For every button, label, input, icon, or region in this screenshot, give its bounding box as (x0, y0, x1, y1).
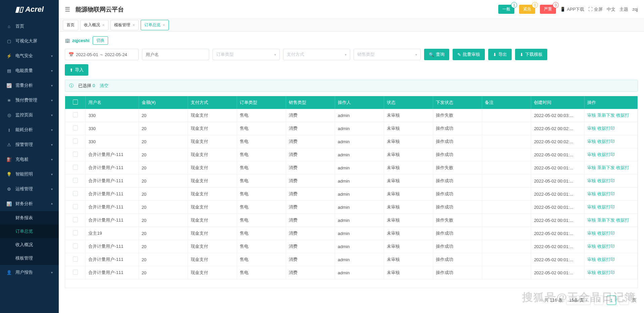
action-link[interactable]: 收据打 (616, 165, 629, 170)
menu-icon: ⫿ (6, 127, 12, 132)
theme-link[interactable]: 主题 (619, 6, 628, 12)
select-all-checkbox[interactable] (73, 100, 78, 105)
sidebar-item-首页[interactable]: ⌂首页 (0, 19, 59, 34)
next-page-button[interactable]: › (619, 296, 629, 305)
action-link[interactable]: 审核 (587, 270, 596, 275)
chevron-down-icon: ▾ (51, 187, 53, 191)
order-type-select[interactable]: 订单类型 ▾ (213, 49, 280, 60)
tab-首页[interactable]: 首页 (63, 20, 78, 30)
row-checkbox[interactable] (73, 112, 78, 117)
action-link[interactable]: 审核 (587, 231, 596, 236)
cell: 合并计量用户-111 (86, 253, 139, 266)
alarm-badge-紧急[interactable]: 紧急0 (519, 5, 535, 14)
row-checkbox[interactable] (73, 230, 78, 235)
action-link[interactable]: 审核 (587, 165, 596, 170)
username-input[interactable] (142, 49, 209, 60)
switch-project-button[interactable]: 切换 (93, 36, 108, 45)
tab-订单总览[interactable]: 订单总览✕ (141, 20, 169, 30)
search-button[interactable]: 🔍查询 (424, 49, 449, 60)
action-link[interactable]: 审核 (587, 113, 596, 118)
sidebar-item-用户报告[interactable]: 👤用户报告▾ (0, 265, 59, 280)
sidebar-item-预付费管理[interactable]: ⛯预付费管理▾ (0, 93, 59, 108)
action-link[interactable]: 审核 (587, 244, 596, 249)
sidebar-item-智能照明[interactable]: 💡智能照明▾ (0, 167, 59, 182)
lang-link[interactable]: 中文 (607, 6, 615, 12)
sidebar-item-财务分析[interactable]: 📊财务分析▾ (0, 196, 59, 211)
action-link[interactable]: 审核 (587, 139, 596, 144)
action-link[interactable]: 收据打印 (597, 126, 615, 131)
row-checkbox[interactable] (73, 217, 78, 222)
import-button[interactable]: ⬆导入 (65, 64, 88, 76)
fullscreen-link[interactable]: ⛶全屏 (588, 6, 603, 12)
close-icon[interactable]: ✕ (132, 23, 135, 27)
sidebar-item-报警管理[interactable]: ⚠报警管理▾ (0, 137, 59, 152)
action-link[interactable]: 收据打印 (597, 204, 615, 209)
row-checkbox[interactable] (73, 270, 78, 275)
prev-page-button[interactable]: ‹ (594, 296, 603, 305)
alarm-badge-严重[interactable]: 严重0 (540, 5, 556, 14)
download-template-button[interactable]: ⬇下载模板 (515, 49, 547, 60)
row-checkbox[interactable] (73, 125, 78, 130)
action-link[interactable]: 重新下发 (597, 165, 615, 170)
sidebar-item-电能质量[interactable]: ▤电能质量▾ (0, 63, 59, 78)
action-link[interactable]: 重新下发 (597, 218, 615, 223)
action-link[interactable]: 审核 (587, 126, 596, 131)
close-icon[interactable]: ✕ (102, 23, 105, 27)
tab-模板管理[interactable]: 模板管理✕ (110, 20, 139, 30)
action-link[interactable]: 收据打印 (597, 244, 615, 249)
row-checkbox[interactable] (73, 204, 78, 209)
action-link[interactable]: 收据打 (616, 113, 629, 118)
sidebar-subitem-收入概况[interactable]: 收入概况 (0, 238, 59, 251)
chevron-down-icon: ▾ (51, 143, 53, 147)
row-checkbox[interactable] (73, 139, 78, 144)
row-checkbox[interactable] (73, 257, 78, 262)
close-icon[interactable]: ✕ (163, 23, 165, 27)
sidebar-subitem-模板管理[interactable]: 模板管理 (0, 251, 59, 265)
action-link[interactable]: 审核 (587, 152, 596, 157)
collapse-sidebar-icon[interactable]: ☰ (65, 6, 70, 13)
action-link[interactable]: 收据打印 (597, 178, 615, 183)
sale-type-select[interactable]: 销售类型 ▾ (354, 49, 421, 60)
phone-icon: 📱 (560, 7, 565, 12)
cell: 未审核 (384, 214, 433, 227)
action-link[interactable]: 审核 (587, 178, 596, 183)
row-checkbox[interactable] (73, 152, 78, 157)
sidebar-subitem-财务报表[interactable]: 财务报表 (0, 211, 59, 225)
action-link[interactable]: 重新下发 (597, 113, 615, 118)
action-link[interactable]: 审核 (587, 204, 596, 209)
sidebar-item-电气安全[interactable]: ⚡电气安全▾ (0, 48, 59, 63)
alarm-badge-一般[interactable]: 一般1 (498, 5, 514, 14)
action-link[interactable]: 收据打印 (597, 152, 615, 157)
batch-audit-button[interactable]: ✎批量审核 (453, 49, 485, 60)
sidebar-item-监控页面[interactable]: ◎监控页面▾ (0, 108, 59, 122)
pay-method-select[interactable]: 支付方式 ▾ (283, 49, 350, 60)
sidebar-subitem-订单总览[interactable]: 订单总览 (0, 225, 59, 238)
tab-收入概况[interactable]: 收入概况✕ (80, 20, 108, 30)
row-checkbox[interactable] (73, 178, 78, 183)
sidebar-item-运维管理[interactable]: ⚙运维管理▾ (0, 182, 59, 196)
user-link[interactable]: zqj (632, 7, 638, 12)
row-checkbox[interactable] (73, 191, 78, 196)
action-link[interactable]: 收据打印 (597, 257, 615, 262)
action-link[interactable]: 审核 (587, 218, 596, 223)
sidebar-item-需量分析[interactable]: 📈需量分析▾ (0, 78, 59, 93)
action-link[interactable]: 收据打印 (597, 270, 615, 275)
export-button[interactable]: ⬇导出 (488, 49, 512, 60)
sidebar-item-充电桩[interactable]: ⛽充电桩▾ (0, 152, 59, 167)
action-link[interactable]: 收据打印 (597, 231, 615, 236)
current-page[interactable]: 1 (607, 296, 616, 305)
action-link[interactable]: 收据打印 (597, 191, 615, 196)
action-link[interactable]: 收据打 (616, 218, 629, 223)
date-range-input[interactable]: 📅 2022-05-01 ~ 2022-05-24 (65, 49, 139, 60)
page-size-select[interactable]: 15条/页 ▾ (566, 296, 591, 305)
app-download-link[interactable]: 📱APP下载 (560, 6, 584, 12)
action-link[interactable]: 收据打印 (597, 139, 615, 144)
clear-selection-link[interactable]: 清空 (100, 83, 108, 89)
row-checkbox[interactable] (73, 243, 78, 248)
row-checkbox[interactable] (73, 165, 78, 170)
action-cell: 审核收据打印 (584, 174, 637, 188)
sidebar-item-可视化大屏[interactable]: ▢可视化大屏 (0, 34, 59, 48)
sidebar-item-能耗分析[interactable]: ⫿能耗分析▾ (0, 122, 59, 137)
action-link[interactable]: 审核 (587, 191, 596, 196)
action-link[interactable]: 审核 (587, 257, 596, 262)
